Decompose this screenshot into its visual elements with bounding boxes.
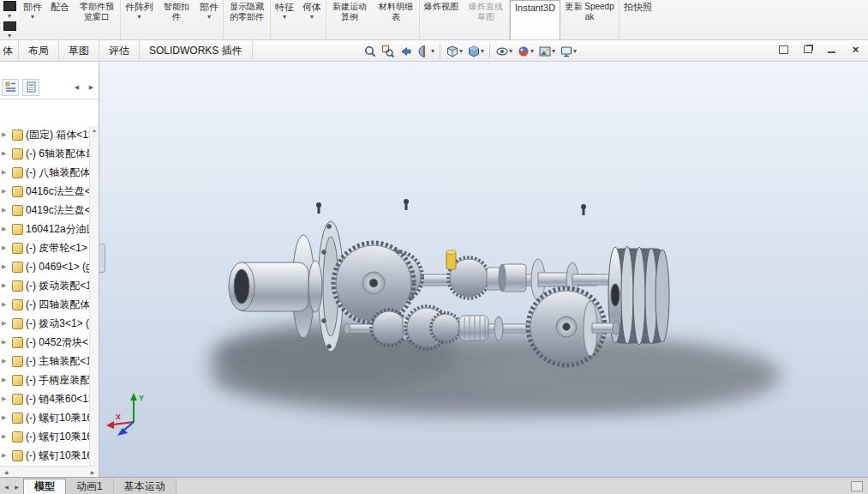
ribbon-cropped-buttons[interactable] xyxy=(0,0,19,39)
scroll-left-icon[interactable] xyxy=(1,467,11,477)
tab-layout[interactable]: 布局 xyxy=(19,40,59,61)
tree-item[interactable]: (-) 6轴装配体最好 xyxy=(0,144,99,163)
close-icon[interactable] xyxy=(848,43,863,56)
tree-item[interactable]: (-) 主轴装配<1> xyxy=(0,352,99,370)
apply-scene-icon[interactable] xyxy=(536,44,557,59)
expand-arrow-icon[interactable] xyxy=(2,320,9,327)
ribbon-button-label: 智能扣件 xyxy=(162,2,191,22)
tab-scroll-right-icon[interactable] xyxy=(12,480,21,492)
ribbon-button-explode-line-sketch[interactable]: 爆炸直线草图 xyxy=(463,0,510,39)
assembly-model[interactable] xyxy=(99,62,868,477)
hide-show-items-icon[interactable] xyxy=(494,44,514,59)
ribbon-tool-icon[interactable] xyxy=(3,1,16,11)
tree-item[interactable]: (-) 八轴装配体<1: xyxy=(0,163,99,182)
ribbon-button-show-hidden-components[interactable]: 显示隐藏的零部件 xyxy=(224,0,271,39)
expand-arrow-icon[interactable] xyxy=(2,452,9,459)
tab-assembly-partial[interactable]: 体 xyxy=(0,40,19,61)
zoom-to-area-icon[interactable] xyxy=(380,44,397,59)
component-icon xyxy=(12,375,23,386)
tab-scroll-left-icon[interactable] xyxy=(2,480,11,492)
expand-arrow-icon[interactable] xyxy=(2,377,9,383)
yellow-component[interactable] xyxy=(446,250,456,270)
panel-scroll-left-icon[interactable] xyxy=(71,81,82,94)
tab-sketch[interactable]: 草图 xyxy=(59,40,99,61)
tree-item[interactable]: (-) 拨动3<1> (默认 xyxy=(0,314,99,333)
expand-arrow-icon[interactable] xyxy=(2,207,9,214)
tree-item[interactable]: (-) 螺钉10乘16<2 xyxy=(0,427,99,446)
tree-item[interactable]: 0416c法兰盘<1> xyxy=(0,182,99,201)
window-icon[interactable] xyxy=(776,43,791,56)
expand-arrow-icon[interactable] xyxy=(2,188,9,195)
propertymanager-tab-icon[interactable] xyxy=(22,79,39,96)
ribbon-button-update-speedpak[interactable]: 更新 Speedpak xyxy=(560,0,620,39)
previous-view-icon[interactable] xyxy=(398,44,415,59)
tree-item[interactable]: 160412a分油圆<1 xyxy=(0,220,99,238)
ribbon-button-component-preview-window[interactable]: 零部件预览窗口 xyxy=(74,0,121,39)
ribbon-button-new-motion-study[interactable]: 新建运动算例 xyxy=(326,0,373,39)
panel-splitter-handle[interactable] xyxy=(99,244,105,273)
scroll-right-icon[interactable] xyxy=(87,467,98,477)
expand-arrow-icon[interactable] xyxy=(2,244,9,251)
ribbon-button-component-pattern[interactable]: 件阵列 xyxy=(121,0,158,39)
tree-item-label: (-) 6轴装配体最好 xyxy=(26,147,99,161)
expand-arrow-icon[interactable] xyxy=(2,150,9,157)
ribbon-button-move-component[interactable]: 部件 xyxy=(195,0,224,39)
tree-item[interactable]: (-) 销4乘60<1> ( xyxy=(0,389,99,408)
expand-arrow-icon[interactable] xyxy=(2,131,9,138)
tab-solidworks-addins[interactable]: SOLIDWORKS 插件 xyxy=(140,40,253,61)
view-settings-icon[interactable] xyxy=(558,44,578,59)
view-orientation-icon[interactable] xyxy=(444,44,464,59)
zoom-to-fit-icon[interactable] xyxy=(362,44,379,59)
expand-arrow-icon[interactable] xyxy=(2,226,9,232)
bottom-tab-basic-motion[interactable]: 基本运动 xyxy=(114,479,177,494)
panel-scroll-right-icon[interactable] xyxy=(86,81,97,94)
display-style-icon[interactable] xyxy=(465,44,486,59)
tree-vertical-scrollbar[interactable] xyxy=(89,125,99,466)
status-icon[interactable] xyxy=(851,481,863,491)
ribbon-button-smart-fasteners[interactable]: 智能扣件 xyxy=(158,0,195,39)
tab-evaluate[interactable]: 评估 xyxy=(99,40,140,61)
tree-item-label: (固定) 箱体<1> (默 xyxy=(26,128,99,142)
ribbon-button-mate[interactable]: 配合 xyxy=(46,0,74,39)
ribbon-button-take-snapshot[interactable]: 拍快照 xyxy=(620,0,656,39)
tree-item[interactable]: (-) 手柄座装配<1 xyxy=(0,370,99,389)
bottom-tab-animation1[interactable]: 动画1 xyxy=(66,479,114,494)
ribbon-button-label: 件阵列 xyxy=(125,2,153,13)
expand-arrow-icon[interactable] xyxy=(2,301,9,308)
section-view-icon[interactable] xyxy=(416,44,436,59)
ribbon-button-insert-components[interactable]: 部件 xyxy=(19,0,46,39)
expand-arrow-icon[interactable] xyxy=(2,433,9,440)
edit-appearance-icon[interactable] xyxy=(515,44,536,59)
expand-arrow-icon[interactable] xyxy=(2,358,9,364)
tree-horizontal-scrollbar[interactable] xyxy=(0,466,99,477)
tree-item[interactable]: (固定) 箱体<1> (默 xyxy=(0,125,99,144)
restore-icon[interactable] xyxy=(800,43,815,56)
expand-arrow-icon[interactable] xyxy=(2,169,9,176)
tree-item[interactable]: (-) 螺钉10乘16<3 xyxy=(0,446,99,465)
tree-item[interactable]: (-) 0452滑块<1> xyxy=(0,333,99,352)
ribbon-button-instant3d[interactable]: Instant3D xyxy=(510,0,560,39)
floating-screws[interactable] xyxy=(316,199,586,215)
ribbon-tool-icon[interactable] xyxy=(3,21,16,32)
tree-item[interactable]: (-) 螺钉10乘16<1 xyxy=(0,408,99,427)
graphics-viewport[interactable]: Y X xyxy=(99,62,868,477)
tree-item[interactable]: (-) 拨动装配<1> xyxy=(0,276,99,295)
bottom-tab-model[interactable]: 模型 xyxy=(23,479,66,494)
expand-arrow-icon[interactable] xyxy=(2,414,9,421)
ribbon-button-exploded-view[interactable]: 爆炸视图 xyxy=(420,0,463,39)
scroll-up-icon[interactable] xyxy=(90,125,99,136)
expand-arrow-icon[interactable] xyxy=(2,263,9,270)
expand-arrow-icon[interactable] xyxy=(2,282,9,289)
tree-item[interactable]: (-) 皮带轮<1> (默 xyxy=(0,238,99,257)
tree-item[interactable]: (-) 0469<1> (gb... xyxy=(0,257,99,276)
tree-item[interactable]: (-) 四轴装配体最好 xyxy=(0,295,99,314)
ribbon-button-bill-of-materials[interactable]: 材料明细表 xyxy=(373,0,420,39)
featuremanager-tab-icon[interactable] xyxy=(2,79,19,96)
ribbon-button-assembly-features[interactable]: 特征 xyxy=(271,0,298,39)
expand-arrow-icon[interactable] xyxy=(2,339,9,346)
expand-arrow-icon[interactable] xyxy=(2,395,9,402)
tree-item[interactable]: 0419c法兰盘<1> xyxy=(0,201,99,220)
minimize-icon[interactable] xyxy=(824,43,839,56)
component-icon xyxy=(12,130,23,141)
ribbon-button-reference-geometry[interactable]: 何体 xyxy=(298,0,326,39)
